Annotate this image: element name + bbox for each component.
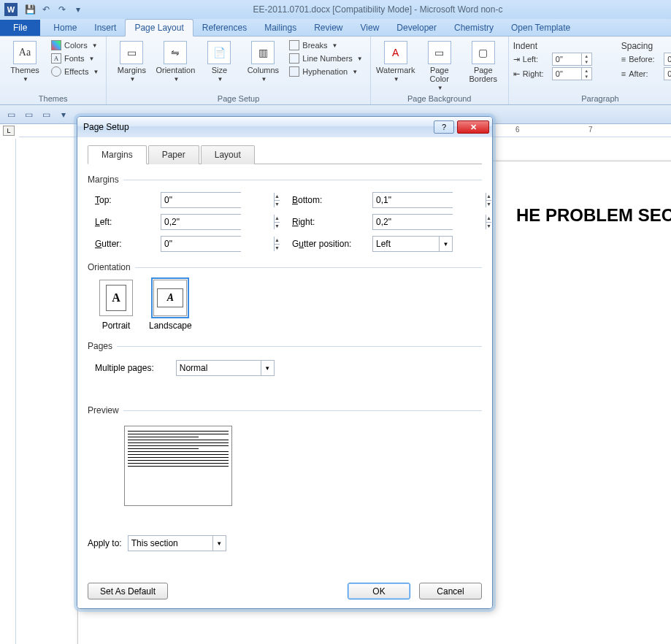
toolbar-btn-1[interactable]: ▭ [4, 108, 18, 121]
colors-button[interactable]: Colors▼ [48, 39, 101, 51]
spacing-after-input[interactable]: 0 [664, 67, 671, 80]
dialog-tab-layout[interactable]: Layout [201, 145, 255, 164]
save-icon[interactable]: 💾 [23, 3, 37, 16]
indent-right-value: 0" [556, 69, 563, 78]
spacing-before-input[interactable]: 0 [664, 53, 671, 66]
spin-down-icon[interactable]: ▼ [275, 201, 280, 208]
group-page-setup-label: Page Setup [111, 94, 365, 104]
apply-to-combo[interactable]: This section▼ [128, 535, 226, 551]
ok-button[interactable]: OK [348, 583, 410, 599]
spacing-head: Spacing [621, 41, 671, 51]
effects-icon [51, 66, 61, 77]
indent-right-input[interactable]: 0"▲▼ [552, 67, 592, 80]
spacing-before-icon: ≡ [621, 55, 626, 64]
dialog-body: Margins Paper Layout Margins Top: ▲▼ Bot… [77, 137, 492, 608]
hyphenation-button[interactable]: Hyphenation▼ [286, 66, 365, 77]
indent-left-input[interactable]: 0"▲▼ [552, 53, 592, 66]
chevron-down-icon: ▼ [261, 361, 274, 375]
page-color-button[interactable]: ▭Page Color▼ [419, 38, 460, 91]
spacing-after-label: After: [629, 69, 661, 78]
tab-home[interactable]: Home [45, 20, 85, 36]
toolbar-btn-3[interactable]: ▭ [39, 108, 53, 121]
pages-row: Multiple pages: Normal▼ [95, 360, 482, 376]
qat-dropdown-icon[interactable]: ▾ [72, 3, 85, 16]
toolbar-dropdown-icon[interactable]: ▾ [57, 108, 70, 121]
redo-icon[interactable]: ↷ [55, 3, 69, 16]
undo-icon[interactable]: ↶ [39, 3, 53, 16]
toolbar-btn-2[interactable]: ▭ [22, 108, 35, 121]
margins-btn-label: Margins [118, 66, 146, 74]
orientation-button[interactable]: ⇋Orientation▼ [155, 38, 196, 83]
portrait-page-icon: A [106, 285, 126, 311]
margins-icon: ▭ [120, 41, 143, 64]
gutter-position-combo[interactable]: Left▼ [372, 236, 453, 252]
margin-left-input[interactable]: ▲▼ [161, 214, 241, 230]
indent-right-icon: ⇤ [513, 69, 520, 79]
indent-left-icon: ⇥ [513, 55, 520, 64]
tab-chemistry[interactable]: Chemistry [445, 20, 502, 36]
ruler-tab-selector[interactable]: L [3, 126, 15, 136]
orientation-portrait[interactable]: A Portrait [99, 280, 133, 331]
tab-references[interactable]: References [193, 20, 256, 36]
dialog-tab-paper[interactable]: Paper [148, 145, 199, 164]
page-borders-label: Page Borders [469, 66, 498, 83]
apply-to-label: Apply to: [88, 538, 122, 548]
help-button[interactable]: ? [434, 120, 454, 134]
effects-button[interactable]: Effects▼ [48, 66, 101, 77]
watermark-button[interactable]: AWatermark▼ [375, 38, 416, 83]
multiple-pages-combo[interactable]: Normal▼ [176, 360, 275, 376]
dialog-tab-margins[interactable]: Margins [88, 145, 147, 164]
margin-top-label: Top: [95, 195, 161, 205]
size-icon: 📄 [207, 41, 231, 64]
breaks-button[interactable]: Breaks▼ [286, 39, 365, 51]
tab-developer[interactable]: Developer [388, 20, 445, 36]
margins-button[interactable]: ▭Margins▼ [111, 38, 152, 83]
indent-right-label: Right: [523, 69, 549, 78]
columns-icon: ▥ [251, 41, 275, 64]
margin-bottom-input[interactable]: ▲▼ [372, 192, 453, 208]
themes-button[interactable]: Aa Themes ▼ [4, 38, 45, 83]
dialog-buttons: Set As Default OK Cancel [88, 583, 482, 599]
tab-mailings[interactable]: Mailings [256, 20, 305, 36]
orientation-landscape[interactable]: A Landscape [149, 280, 192, 331]
margin-left-label: Left: [95, 217, 161, 227]
group-themes: Aa Themes ▼ Colors▼ AFonts▼ Effects▼ The… [0, 37, 107, 104]
page-setup-dialog: Page Setup ? ✕ Margins Paper Layout Marg… [77, 116, 493, 609]
dialog-titlebar[interactable]: Page Setup ? ✕ [77, 117, 492, 137]
hyphenation-icon [289, 66, 299, 77]
breaks-label: Breaks [302, 41, 327, 50]
tab-review[interactable]: Review [305, 20, 351, 36]
landscape-label: Landscape [149, 321, 192, 331]
tab-open-template[interactable]: Open Template [502, 20, 579, 36]
vertical-ruler[interactable] [3, 139, 16, 644]
group-page-bg-label: Page Background [375, 94, 504, 104]
cancel-button[interactable]: Cancel [419, 583, 482, 599]
margin-gutter-input[interactable]: ▲▼ [161, 236, 241, 252]
tab-insert[interactable]: Insert [85, 20, 125, 36]
margin-top-input[interactable]: ▲▼ [161, 192, 241, 208]
indent-left-label: Left: [523, 55, 549, 64]
word-app-icon: W [4, 3, 18, 16]
size-button[interactable]: 📄Size▼ [199, 38, 239, 83]
indent-left-value: 0" [556, 55, 563, 64]
page-borders-button[interactable]: ▢Page Borders [463, 38, 504, 83]
hyphenation-label: Hyphenation [302, 67, 348, 76]
margins-grid: Top: ▲▼ Bottom: ▲▼ Left: ▲▼ Right: ▲▼ Gu… [95, 192, 482, 252]
size-btn-label: Size [212, 66, 227, 74]
set-as-default-button[interactable]: Set As Default [88, 583, 168, 599]
portrait-label: Portrait [102, 321, 131, 331]
window-titlebar: W 💾 ↶ ↷ ▾ EE-2011.0701.docx [Compatibili… [0, 0, 671, 19]
spin-up-icon[interactable]: ▲ [275, 193, 280, 201]
close-button[interactable]: ✕ [457, 120, 489, 134]
margin-right-input[interactable]: ▲▼ [372, 214, 453, 230]
columns-button[interactable]: ▥Columns▼ [242, 38, 283, 83]
fonts-button[interactable]: AFonts▼ [48, 53, 101, 64]
section-orientation-label: Orientation [88, 262, 131, 272]
themes-icon: Aa [13, 41, 37, 64]
tab-view[interactable]: View [352, 20, 388, 36]
tab-page-layout[interactable]: Page Layout [125, 19, 193, 37]
line-numbers-button[interactable]: Line Numbers▼ [286, 53, 365, 64]
document-title: EE-2011.0701.docx [Compatibility Mode] -… [85, 4, 671, 15]
tab-file[interactable]: File [0, 20, 40, 36]
watermark-label: Watermark [376, 66, 415, 74]
